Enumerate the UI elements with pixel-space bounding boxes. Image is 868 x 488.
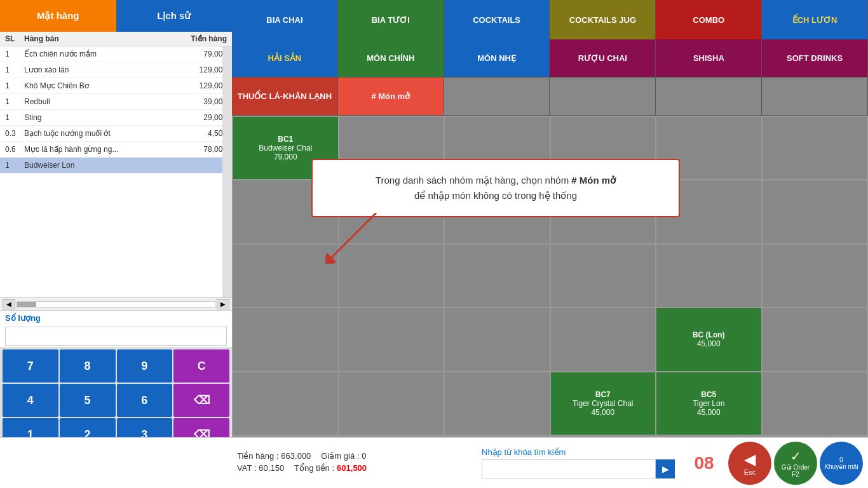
cat-tab-mon-nhe[interactable]: MÓN NHẸ [444,39,550,78]
row-hang: Budweiser Lon [24,161,176,170]
table-header: SL Hàng bán Tiền hàng [0,32,232,46]
row-sl: 1 [5,97,24,106]
cat-tab-mon-mo[interactable]: # Món mở [338,78,444,116]
product-cell-28[interactable]: BC5Tiger Lon45,000 [656,372,761,435]
cat-tab-thuoc-la[interactable]: THUỐC LÁ-KHĂN LẠNH [232,78,338,116]
action-buttons-area: ◀ Esc ✓ Gửi Order F2 0 Khuyến mãi [728,442,863,485]
nav-tab-cocktails-jug[interactable]: COCKTAILS JUG [550,0,656,39]
gui-order-button[interactable]: ✓ Gửi Order F2 [774,442,817,485]
table-row[interactable]: 1 Khô Mực Chiên Bơ 129,000 [0,78,232,94]
row-tien: 4,500 [176,129,227,138]
numpad-btn-7[interactable]: 7 [3,349,58,383]
row-sl: 0.3 [5,129,24,138]
scroll-right[interactable]: ▶ [217,299,229,309]
tien-hang-label: Tiền hàng : [237,451,278,461]
bottom-scroll: ◀ ▶ [0,297,232,310]
scroll-left[interactable]: ◀ [3,299,15,309]
tong-tien-value: 601,500 [337,463,367,473]
cat-tab-soft-drinks[interactable]: SOFT DRINKS [762,39,868,78]
scroll-track [17,301,215,308]
nav-tab-cocktails[interactable]: COCKTAILS [444,0,550,39]
row-sl: 1 [5,50,24,58]
category-row2: HẢI SẢNMÓN CHÍNHMÓN NHẸRƯỢU CHAISHISHASO… [232,39,868,78]
tong-tien-label: Tổng tiền : [294,463,334,473]
khuyen-mai-button[interactable]: 0 Khuyến mãi [820,442,863,485]
bottom-left [0,437,232,488]
giam-gia-value: 0 [362,451,366,461]
row-sl: 1 [5,65,24,74]
tab-mat-hang[interactable]: Mặt hàng [0,0,116,32]
order-list: 1 Ếch chiên nước mắm 79,000 1 Lươn xào l… [0,46,232,297]
quantity-display [5,327,227,346]
nav-tab-bia-tuoi[interactable]: BIA TƯƠI [338,0,444,39]
back-button[interactable]: ◀ Esc [728,442,771,485]
row-sl: 1 [5,161,24,170]
product-cell-16 [656,245,761,307]
col-tien: Tiền hàng [176,34,227,43]
product-cell-22[interactable]: BC (Lon)45,000 [656,308,761,370]
numpad-btn-5[interactable]: 5 [60,384,116,417]
scroll-thumb[interactable] [17,302,36,307]
product-cell-17 [763,245,867,307]
numpad-btn-8[interactable]: 8 [60,349,116,383]
row-sl: 0.6 [5,145,24,154]
numpad-btn-9[interactable]: 9 [117,349,173,383]
tien-hang-value: 663,000 [281,451,311,461]
cat-tab-hai-san[interactable]: HẢI SẢN [232,39,338,78]
product-cell-5 [763,117,867,179]
giam-gia-label: Giảm giá : [321,451,359,461]
row-tien: 29,000 [176,113,227,122]
numpad-btn-6[interactable]: 6 [117,384,173,417]
tab-lich-su[interactable]: Lịch sử [116,0,233,32]
tooltip-text2: để nhập món không có trong hệ thống [414,190,577,201]
product-cell-25 [339,372,444,435]
summary-area: Tiền hàng : 663,000 Giảm giá : 0 VAT : 6… [237,451,471,475]
so-luong-label: Số lượng [0,310,232,325]
product-cell-26 [445,372,550,435]
product-cell-11 [763,180,867,243]
numpad-btn-x[interactable]: ⌫ [173,384,229,417]
product-cell-23 [763,308,867,370]
product-cell-24 [233,372,338,435]
product-cell-12 [233,245,338,307]
search-hint: Nhập từ khóa tìm kiếm [482,447,675,457]
product-cell-18 [233,308,338,370]
search-input[interactable] [482,459,656,478]
cat-tab-empty3 [656,78,762,116]
cat-tab-shisha[interactable]: SHISHA [656,39,762,78]
row-hang: Mực lá hấp hành gừng ng... [24,145,176,154]
product-cell-27[interactable]: BC7Tiger Crystal Chai45,000 [551,372,656,435]
nav-tab-ech-luon[interactable]: ẾCH LƯƠN [762,0,868,39]
cat-tab-empty4 [762,78,868,116]
table-row[interactable]: 1 Redbull 39,000 [0,94,232,110]
row-tien: 79,000 [176,50,227,58]
product-cell-29 [763,372,867,435]
row-hang: Ếch chiên nước mắm [24,50,176,58]
search-section: Nhập từ khóa tìm kiếm ▶ [477,445,680,481]
col-hang: Hàng bán [24,34,176,43]
table-row[interactable]: 1 Ếch chiên nước mắm 79,000 [0,46,232,62]
search-button[interactable]: ▶ [656,459,675,478]
cat-tab-mon-chinh[interactable]: MÓN CHÍNH [338,39,444,78]
numpad-btn-4[interactable]: 4 [3,384,58,417]
svg-line-1 [332,213,376,257]
product-cell-20 [445,308,550,370]
nav-tab-combo[interactable]: COMBO [656,0,762,39]
cat-tab-empty2 [550,78,656,116]
tooltip-text1: Trong danh sách nhóm mặt hàng, chọn nhóm [376,175,571,186]
row-hang: Khô Mực Chiên Bơ [24,81,176,90]
row-hang: Bạch tuộc nướng muối ớt [24,129,176,138]
tooltip-popup: Trong danh sách nhóm mặt hàng, chọn nhóm… [311,159,680,217]
table-row[interactable]: 1 Lươn xào lăn 129,000 [0,62,232,78]
row-tien: 78,000 [176,145,227,154]
table-row[interactable]: 1 Budweiser Lon 0 [0,158,232,173]
nav-tab-bia-chai[interactable]: BIA CHAI [232,0,338,39]
row-tien: 39,000 [176,97,227,106]
table-row[interactable]: 0.3 Bạch tuộc nướng muối ớt 4,500 [0,126,232,142]
row-tien: 129,000 [176,81,227,90]
table-row[interactable]: 1 Sting 29,000 [0,110,232,126]
cat-tab-ruou-chai[interactable]: RƯỢU CHAI [550,39,656,78]
table-row[interactable]: 0.6 Mực lá hấp hành gừng ng... 78,000 [0,142,232,158]
product-cell-15 [551,245,656,307]
numpad-btn-C[interactable]: C [173,349,229,383]
